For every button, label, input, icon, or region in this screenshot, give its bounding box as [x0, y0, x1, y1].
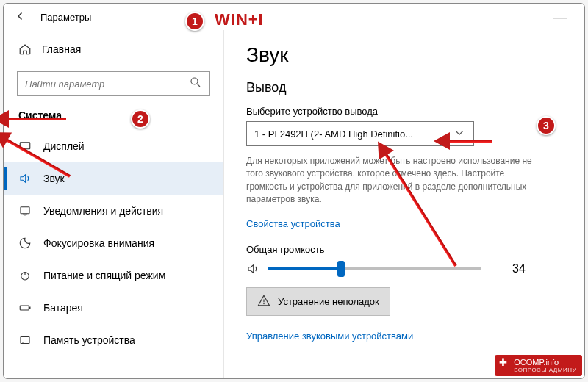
nav-home-label: Главная: [42, 43, 81, 55]
titlebar: Параметры —: [4, 4, 584, 30]
nav-label: Звук: [43, 173, 65, 184]
sound-icon: [18, 172, 32, 185]
volume-slider[interactable]: [268, 267, 481, 270]
storage-icon: [18, 334, 32, 347]
nav-notifications[interactable]: Уведомления и действия: [4, 195, 223, 227]
nav-power[interactable]: Питание и спящий режим: [4, 259, 223, 292]
display-icon: [18, 140, 32, 153]
nav-display[interactable]: Дисплей: [4, 130, 223, 162]
search-field[interactable]: [25, 79, 189, 90]
manage-devices-link[interactable]: Управление звуковыми устройствами: [246, 331, 413, 342]
svg-rect-6: [21, 337, 29, 344]
focus-icon: [18, 237, 32, 250]
volume-value: 34: [512, 262, 526, 275]
nav-label: Батарея: [43, 302, 83, 314]
page-heading: Звук: [246, 43, 562, 67]
output-desc: Для некоторых приложений может быть наст…: [246, 155, 540, 206]
sidebar-section: Система: [4, 109, 223, 121]
troubleshoot-button[interactable]: Устранение неполадок: [246, 287, 390, 316]
output-heading: Вывод: [246, 80, 562, 96]
body: Главная Система Дисплей Звук Уведомления…: [4, 30, 584, 378]
sidebar: Главная Система Дисплей Звук Уведомления…: [4, 30, 224, 378]
nav-focus[interactable]: Фокусировка внимания: [4, 227, 223, 259]
svg-rect-4: [20, 306, 29, 310]
volume-row: 34: [246, 262, 562, 275]
nav-home[interactable]: Главная: [4, 35, 223, 64]
window-title: Параметры: [40, 12, 546, 23]
svg-rect-2: [21, 207, 29, 214]
search-input[interactable]: [17, 71, 210, 96]
chevron-down-icon: [453, 126, 466, 142]
svg-rect-1: [20, 143, 30, 149]
back-button[interactable]: [14, 10, 27, 25]
content: Звук Вывод Выберите устройство вывода 1 …: [224, 30, 584, 378]
watermark-site: OCOMP.info: [514, 358, 559, 367]
output-label: Выберите устройство вывода: [246, 106, 562, 117]
nav-sound[interactable]: Звук: [4, 162, 223, 195]
nav-label: Память устройства: [43, 334, 135, 346]
slider-fill: [268, 267, 341, 270]
nav-storage[interactable]: Память устройства: [4, 324, 223, 356]
slider-thumb[interactable]: [337, 261, 345, 277]
search-icon: [189, 76, 202, 92]
nav-battery[interactable]: Батарея: [4, 292, 223, 324]
svg-point-7: [22, 342, 24, 343]
volume-label: Общая громкость: [246, 244, 562, 255]
notification-icon: [18, 204, 32, 217]
warning-icon: [257, 294, 270, 309]
svg-point-0: [191, 78, 198, 84]
svg-point-8: [263, 303, 265, 304]
nav-label: Фокусировка внимания: [43, 237, 154, 249]
troubleshoot-label: Устранение неполадок: [278, 296, 379, 307]
svg-rect-5: [29, 307, 31, 309]
power-icon: [18, 269, 32, 282]
arrow-left-icon: [14, 10, 27, 23]
minimize-button[interactable]: —: [546, 10, 574, 25]
output-device-select[interactable]: 1 - PL2492H (2- AMD High Definitio...: [246, 121, 474, 146]
battery-icon: [18, 301, 32, 314]
nav-label: Уведомления и действия: [43, 205, 163, 217]
device-properties-link[interactable]: Свойства устройства: [246, 218, 340, 229]
watermark-sub: ВОПРОСЫ АДМИНУ: [514, 367, 576, 373]
speaker-icon[interactable]: [246, 262, 259, 275]
output-device-value: 1 - PL2492H (2- AMD High Definitio...: [254, 129, 413, 140]
nav-label: Питание и спящий режим: [43, 270, 165, 281]
watermark: OCOMP.info ВОПРОСЫ АДМИНУ: [495, 355, 582, 376]
home-icon: [18, 43, 32, 56]
settings-window: Параметры — Главная Система Дисплей: [3, 3, 585, 379]
nav-label: Дисплей: [43, 140, 85, 152]
